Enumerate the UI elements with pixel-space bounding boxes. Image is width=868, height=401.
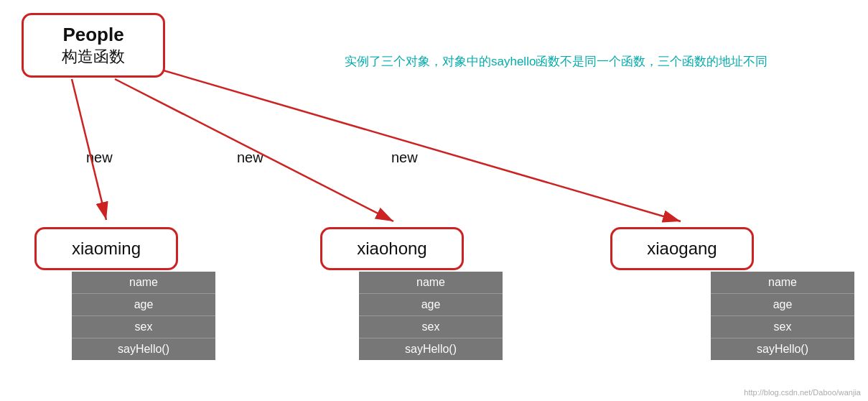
- prop-age-3: age: [711, 294, 854, 316]
- prop-sayhello-3: sayHello(): [711, 338, 854, 360]
- object-xiaogang: xiaogang: [610, 227, 754, 270]
- new-label-1: new: [86, 149, 113, 166]
- object-xiaoming: xiaoming: [34, 227, 178, 270]
- prop-table-xiaohong: name age sex sayHello(): [359, 272, 503, 360]
- description-text: 实例了三个对象，对象中的sayhello函数不是同一个函数，三个函数的地址不同: [345, 52, 833, 71]
- prop-sex-3: sex: [711, 316, 854, 338]
- people-subtitle: 构造函数: [62, 46, 125, 68]
- prop-name-2: name: [359, 272, 503, 294]
- xiaoming-label: xiaoming: [72, 239, 141, 259]
- prop-sayhello-2: sayHello(): [359, 338, 503, 360]
- xiaogang-label: xiaogang: [647, 239, 717, 259]
- watermark: http://blog.csdn.net/Daboo/wanjia: [744, 388, 861, 397]
- xiaohong-label: xiaohong: [357, 239, 426, 259]
- prop-age-2: age: [359, 294, 503, 316]
- people-title: People: [62, 24, 123, 46]
- prop-age-1: age: [72, 294, 215, 316]
- new-label-2: new: [237, 149, 263, 166]
- object-xiaohong: xiaohong: [320, 227, 464, 270]
- prop-table-xiaoming: name age sex sayHello(): [72, 272, 215, 360]
- canvas: People 构造函数 实例了三个对象，对象中的sayhello函数不是同一个函…: [0, 0, 868, 401]
- people-constructor-box: People 构造函数: [22, 13, 165, 78]
- prop-sex-1: sex: [72, 316, 215, 338]
- prop-name-1: name: [72, 272, 215, 294]
- prop-name-3: name: [711, 272, 854, 294]
- prop-sex-2: sex: [359, 316, 503, 338]
- new-label-3: new: [391, 149, 418, 166]
- prop-sayhello-1: sayHello(): [72, 338, 215, 360]
- svg-line-3: [144, 65, 681, 221]
- prop-table-xiaogang: name age sex sayHello(): [711, 272, 854, 360]
